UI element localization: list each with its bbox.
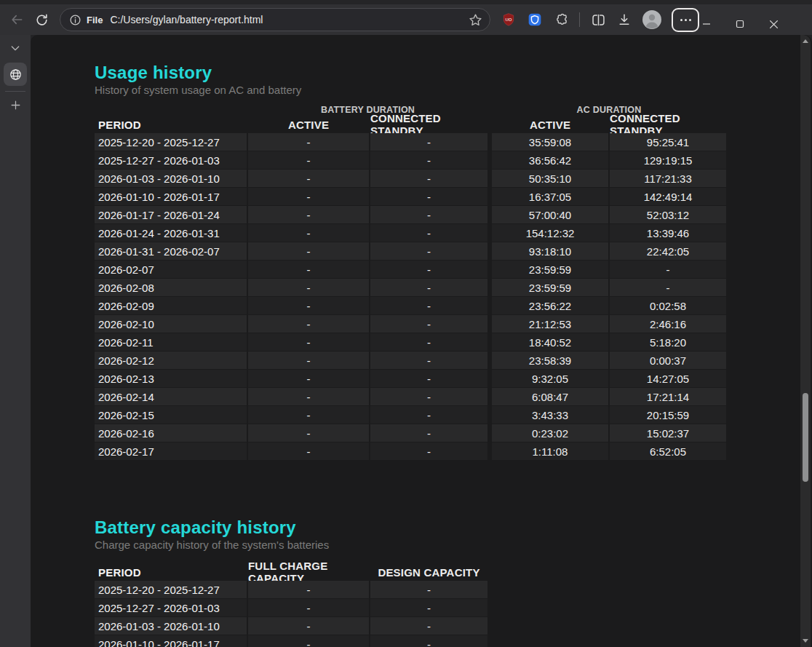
- value-cell: -: [248, 151, 369, 169]
- value-cell: -: [248, 279, 369, 296]
- capacity-column-header-row: PERIOD FULL CHARGE CAPACITY DESIGN CAPAC…: [95, 565, 735, 579]
- value-cell: 22:42:05: [610, 242, 726, 260]
- period-cell: 2026-02-11: [95, 333, 247, 351]
- capacity-table-body: 2025-12-20 - 2025-12-27--2025-12-27 - 20…: [95, 581, 735, 647]
- split-screen-icon: [591, 12, 606, 28]
- browser-toolbar: File C:/Users/gylan/battery-report.html …: [0, 0, 812, 35]
- scrollbar-down-arrow[interactable]: [803, 639, 808, 643]
- value-cell: -: [370, 206, 487, 223]
- value-cell: 18:40:52: [492, 333, 608, 351]
- value-cell: 23:56:22: [492, 297, 608, 314]
- table-row: 2026-02-07--23:59:59-: [95, 261, 735, 278]
- value-cell: -: [248, 224, 369, 242]
- svg-text:UO: UO: [505, 17, 512, 22]
- table-row: 2026-01-24 - 2026-01-31--154:12:3213:39:…: [95, 224, 735, 242]
- split-screen-button[interactable]: [590, 12, 606, 28]
- value-cell: 93:18:10: [492, 242, 608, 260]
- value-cell: -: [370, 352, 487, 369]
- usage-history-title: Usage history: [95, 63, 735, 83]
- value-cell: -: [370, 133, 487, 151]
- refresh-button[interactable]: [29, 7, 54, 32]
- address-bar[interactable]: File C:/Users/gylan/battery-report.html: [60, 8, 490, 31]
- capacity-history-table: PERIOD FULL CHARGE CAPACITY DESIGN CAPAC…: [95, 565, 735, 647]
- value-cell: -: [370, 333, 487, 351]
- vertical-tabs-sidebar: [0, 35, 31, 647]
- capacity-history-title: Battery capacity history: [95, 517, 735, 538]
- table-row: 2026-02-10--21:12:532:46:16: [95, 315, 735, 333]
- back-button[interactable]: [4, 7, 29, 32]
- column-header-design-capacity: DESIGN CAPACITY: [370, 566, 487, 579]
- table-row: 2026-02-15--3:43:3320:15:59: [95, 406, 735, 424]
- period-cell: 2025-12-20 - 2025-12-27: [95, 133, 247, 151]
- period-cell: 2026-01-17 - 2026-01-24: [95, 206, 247, 223]
- vertical-scrollbar[interactable]: [800, 35, 811, 647]
- refresh-icon: [35, 13, 49, 27]
- new-tab-button[interactable]: [5, 96, 25, 114]
- url-scheme-label: File: [87, 15, 103, 25]
- value-cell: -: [370, 406, 487, 424]
- ublock-origin-button[interactable]: UO: [501, 12, 517, 28]
- downloads-button[interactable]: [616, 12, 632, 28]
- column-header-period: PERIOD: [95, 119, 247, 131]
- period-cell: 2026-02-13: [95, 370, 247, 387]
- table-row: 2025-12-27 - 2026-01-03--: [95, 599, 735, 616]
- value-cell: -: [248, 206, 369, 223]
- url-text: C:/Users/gylan/battery-report.html: [110, 14, 263, 25]
- usage-table-body: 2025-12-20 - 2025-12-27--35:59:0895:25:4…: [95, 133, 735, 460]
- period-cell: 2026-01-03 - 2026-01-10: [95, 170, 247, 187]
- profile-button[interactable]: [642, 10, 661, 29]
- table-row: 2025-12-20 - 2025-12-27--: [95, 581, 735, 598]
- period-cell: 2026-01-24 - 2026-01-31: [95, 224, 247, 242]
- collapse-tabs-button[interactable]: [5, 39, 25, 57]
- period-cell: 2026-02-12: [95, 352, 247, 369]
- table-row: 2026-01-31 - 2026-02-07--93:18:1022:42:0…: [95, 242, 735, 260]
- bitwarden-button[interactable]: [527, 12, 543, 28]
- table-row: 2026-02-12--23:58:390:00:37: [95, 352, 735, 369]
- bookmark-star-icon[interactable]: [468, 12, 483, 28]
- value-cell: 15:02:37: [610, 424, 726, 442]
- active-tab-battery-report[interactable]: [4, 63, 27, 86]
- value-cell: -: [370, 151, 487, 169]
- period-cell: 2025-12-20 - 2025-12-27: [95, 581, 247, 598]
- value-cell: -: [248, 297, 369, 314]
- value-cell: 35:59:08: [492, 133, 608, 151]
- value-cell: 5:18:20: [610, 333, 726, 351]
- globe-icon: [9, 68, 23, 82]
- value-cell: -: [248, 370, 369, 387]
- profile-avatar-icon: [642, 10, 661, 29]
- period-cell: 2026-01-10 - 2026-01-17: [95, 188, 247, 205]
- value-cell: -: [248, 388, 369, 405]
- value-cell: 13:39:46: [610, 224, 726, 242]
- ublock-origin-icon: UO: [501, 12, 516, 27]
- extensions-menu-button[interactable]: [553, 12, 569, 28]
- value-cell: -: [248, 242, 369, 260]
- value-cell: 6:52:05: [610, 442, 726, 460]
- value-cell: 129:19:15: [610, 151, 726, 169]
- more-dot: [680, 19, 682, 21]
- table-row: 2026-02-09--23:56:220:02:58: [95, 297, 735, 314]
- value-cell: -: [248, 599, 369, 616]
- chevron-down-icon: [9, 42, 21, 54]
- period-cell: 2026-01-10 - 2026-01-17: [95, 635, 247, 647]
- capacity-history-subtitle: Charge capacity history of the system's …: [95, 539, 735, 551]
- extensions-area: UO: [501, 8, 699, 32]
- table-row: 2026-02-08--23:59:59-: [95, 279, 735, 296]
- period-cell: 2026-01-31 - 2026-02-07: [95, 242, 247, 260]
- battery-report-document: Usage history History of system usage on…: [95, 35, 735, 647]
- value-cell: -: [248, 442, 369, 460]
- scrollbar-thumb[interactable]: [803, 393, 808, 482]
- table-row: 2025-12-27 - 2026-01-03--36:56:42129:19:…: [95, 151, 735, 169]
- value-cell: -: [248, 170, 369, 187]
- value-cell: 20:15:59: [610, 406, 726, 424]
- value-cell: -: [248, 424, 369, 442]
- web-content: Usage history History of system usage on…: [31, 35, 812, 647]
- value-cell: 2:46:16: [610, 315, 726, 333]
- value-cell: 17:21:14: [610, 388, 726, 405]
- scrollbar-up-arrow[interactable]: [803, 39, 808, 43]
- period-cell: 2026-02-10: [95, 315, 247, 333]
- value-cell: 21:12:53: [492, 315, 608, 333]
- value-cell: -: [370, 242, 487, 260]
- usage-column-header-row: PERIOD ACTIVE CONNECTED STANDBY ACTIVE C…: [95, 117, 735, 132]
- value-cell: -: [370, 224, 487, 242]
- info-icon[interactable]: [69, 14, 81, 26]
